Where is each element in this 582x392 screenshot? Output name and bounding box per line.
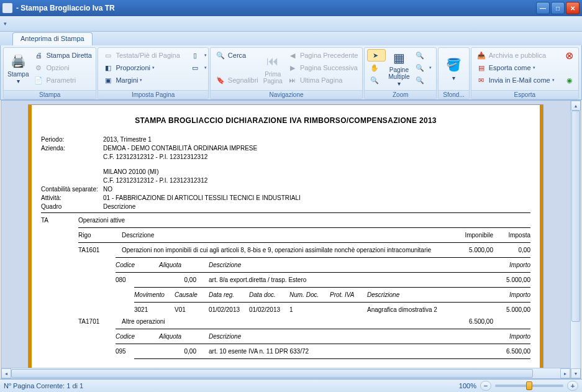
imponibile-header: Imponibile (443, 232, 493, 239)
page-band-left (29, 105, 32, 374)
maximize-button[interactable]: □ (551, 2, 565, 14)
arrow-right-icon: ▶ (288, 63, 298, 73)
magnify-icon: 🔍 (370, 75, 380, 85)
print-label: Stampa (7, 71, 29, 78)
mouse-tool-button[interactable]: ➤ (367, 49, 386, 62)
page-number-status: Nº Pagina Corrente: 1 di 1 (4, 382, 83, 390)
arrow-left-icon: ◀ (288, 50, 298, 60)
export-green-button[interactable]: ◉ (562, 74, 580, 86)
scale-icon: ◧ (103, 63, 113, 73)
options-button[interactable]: ⚙ Opzioni (31, 62, 94, 74)
params-icon: 📄 (34, 75, 43, 85)
send-email-button[interactable]: ✉ Invia in E-Mail come ▾ (474, 74, 557, 86)
vertical-scrollbar[interactable]: ▴ ▾ (570, 101, 581, 378)
multiple-pages-button[interactable]: ▦ Pagine Multiple ▾ (387, 49, 411, 88)
search-button[interactable]: 🔍 Cerca (213, 49, 261, 62)
parameters-button[interactable]: 📄 Parametri (31, 74, 94, 86)
report-page: STAMPA BROGLIACCIO DICHIARAZIONE IVA RIM… (28, 104, 543, 375)
separate-value: NO (103, 186, 530, 193)
zoom-out-icon: 🔍 (415, 50, 425, 60)
chevron-down-icon: ▾ (140, 78, 142, 83)
last-page-icon: ⏭ (288, 75, 298, 85)
next-page-button[interactable]: ▶ Pagina Successiva (285, 62, 361, 74)
header-footer-button[interactable]: ▭ Testata/Piè di Pagina (101, 49, 182, 62)
orientation-button[interactable]: ▭▾ (188, 62, 209, 74)
printer-icon: 🖨️ (9, 52, 27, 70)
zoom-level-label[interactable]: 100% (459, 382, 476, 390)
page-size-button[interactable]: ▯▾ (188, 49, 209, 62)
hand-tool-button[interactable]: ✋ (367, 62, 386, 74)
zoom-in-button[interactable]: 🔍 (412, 74, 434, 86)
mov-header-row: Movimento Causale Data reg. Data doc. Nu… (41, 290, 530, 299)
separate-label: Contabilità separate: (41, 186, 103, 193)
sub-header-row: Codice Aliquota Descrizione Importo (41, 332, 530, 341)
background-color-button[interactable]: 🪣 ▾ (441, 49, 466, 88)
chevron-down-icon: ▾ (398, 80, 401, 87)
minimize-button[interactable]: — (536, 2, 550, 14)
zoom-in-icon: 🔍 (415, 75, 425, 85)
ribbon-group-page-setup: ▭ Testata/Piè di Pagina ◧ Proporzioni ▾ … (98, 47, 208, 99)
zoom-slider-thumb[interactable] (526, 381, 532, 390)
close-red-icon: ⊗ (565, 50, 575, 60)
chevron-down-icon: ▾ (17, 78, 20, 84)
table-row: 095 0,00 art. 10 esente IVA n. 11 DPR 63… (41, 347, 530, 356)
printer-small-icon: 🖨 (34, 50, 43, 60)
first-page-button[interactable]: ⏮ Prima Pagina (262, 49, 284, 88)
scroll-track[interactable] (11, 368, 560, 378)
horizontal-scrollbar[interactable]: ◂ ▸ (1, 368, 570, 378)
ribbon-group-export: 📥 Archivia e pubblica ▤ Esporta come ▾ ✉… (471, 47, 579, 99)
quadro-label: Quadro (41, 203, 103, 210)
chevron-down-icon: ▾ (552, 78, 555, 83)
scroll-right-button[interactable]: ▸ (560, 368, 570, 378)
azienda-label: Azienda: (41, 145, 103, 152)
zoom-icon: 🔍 (415, 63, 425, 73)
quickbar-dropdown-icon[interactable]: ▾ (4, 21, 7, 27)
table-row: TA1601 Operazioni non imponibili di cui … (41, 245, 530, 255)
ribbon-tab-row: Anteprima di Stampa (0, 32, 582, 45)
report-title: STAMPA BROGLIACCIO DICHIARAZIONE IVA RIM… (41, 116, 530, 125)
magnify-tool-button[interactable]: 🔍 (367, 74, 386, 86)
ribbon-group-stampa: 🖨️ Stampa ▾ 🖨 Stampa Diretta ⚙ Opzioni 📄… (3, 47, 96, 99)
close-preview-button[interactable]: ⊗ (562, 49, 580, 62)
bookmarks-button[interactable]: 🔖 Segnalibri (213, 74, 261, 86)
scroll-thumb[interactable] (571, 111, 580, 322)
zoom-plus-button[interactable]: + (567, 381, 578, 391)
document-viewport[interactable]: STAMPA BROGLIACCIO DICHIARAZIONE IVA RIM… (1, 101, 570, 378)
prev-page-button[interactable]: ◀ Pagina Precedente (285, 49, 361, 62)
zoom-slider[interactable] (495, 385, 563, 387)
zoom-out-button[interactable]: 🔍 (412, 49, 434, 62)
zoom-minus-button[interactable]: − (480, 381, 491, 391)
export-green-icon: ◉ (565, 75, 575, 85)
scroll-up-button[interactable]: ▴ (571, 101, 581, 111)
tab-print-preview[interactable]: Anteprima di Stampa (12, 32, 93, 45)
table-row: 080 0,00 art. 8/a export.diretta / trasp… (41, 275, 530, 285)
cf-pi-1: C.F. 12312312312 - P.I. 12312312312 (103, 153, 530, 160)
last-page-button[interactable]: ⏭ Ultima Pagina (285, 74, 361, 86)
print-button[interactable]: 🖨️ Stampa ▾ (6, 49, 30, 88)
first-page-icon: ⏮ (264, 52, 281, 70)
close-button[interactable]: ✕ (566, 2, 580, 14)
bookmark-icon: 🔖 (216, 75, 225, 85)
margins-button[interactable]: ▣ Margini ▾ (101, 74, 182, 86)
export-as-button[interactable]: ▤ Esporta come ▾ (474, 62, 557, 74)
archive-publish-button[interactable]: 📥 Archivia e pubblica (474, 49, 557, 62)
op-attive: Operazioni attive (78, 217, 125, 224)
orientation-icon: ▭ (190, 63, 200, 73)
scroll-track[interactable] (571, 111, 581, 368)
city-value: MILANO 20100 (MI) (103, 168, 530, 175)
scroll-left-button[interactable]: ◂ (1, 368, 11, 378)
azienda-value: DEMOA - DEMO CONTABILITÀ ORDINARIA IMPRE… (103, 145, 530, 152)
email-icon: ✉ (476, 75, 486, 85)
direct-print-button[interactable]: 🖨 Stampa Diretta (31, 49, 94, 62)
pdf-icon: ▤ (476, 63, 486, 73)
zoom-button[interactable]: 🔍▾ (412, 62, 434, 74)
periodo-label: Periodo: (41, 136, 103, 143)
table-row: 3021 V01 01/02/2013 01/02/2013 1 Anagraf… (41, 305, 530, 314)
scale-button[interactable]: ◧ Proporzioni ▾ (101, 62, 182, 74)
cf-pi-2: C.F. 12312312312 - P.I. 12312312312 (103, 177, 530, 184)
scroll-down-button[interactable]: ▾ (571, 368, 581, 378)
ribbon-group-navigation: 🔍 Cerca 🔖 Segnalibri ⏮ Prima Pagina ◀ Pa… (210, 47, 363, 99)
chevron-down-icon: ▾ (152, 65, 155, 70)
scroll-thumb[interactable] (11, 369, 533, 378)
ta-code: TA (41, 217, 78, 224)
